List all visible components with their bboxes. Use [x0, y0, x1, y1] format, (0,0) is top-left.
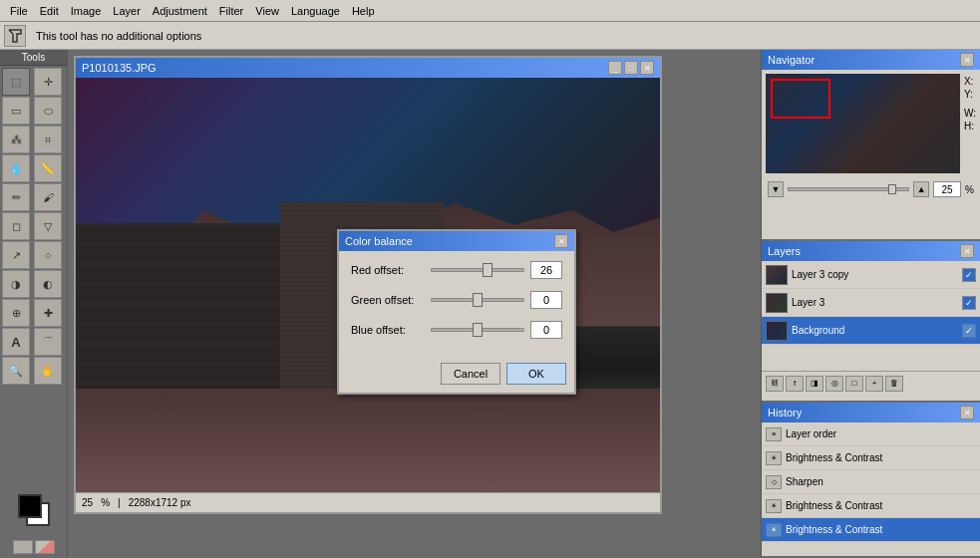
- green-slider-thumb[interactable]: [473, 293, 483, 307]
- layer-mask-btn[interactable]: ◨: [806, 376, 823, 392]
- tool-burn[interactable]: ◐: [34, 270, 62, 298]
- history-item-4[interactable]: ☀ Brightness & Contrast: [762, 518, 980, 542]
- color-balance-close[interactable]: ✕: [554, 234, 568, 248]
- toolbar-tool-btn[interactable]: [4, 25, 26, 47]
- layer-delete-btn[interactable]: 🗑: [885, 376, 903, 392]
- layer-item-layer3copy[interactable]: Layer 3 copy ✓: [762, 261, 980, 289]
- quick-mask-btn[interactable]: [35, 540, 55, 554]
- tool-blur[interactable]: ○: [34, 241, 62, 269]
- navigator-zoom-slider[interactable]: [788, 187, 909, 191]
- tools-bottom: [0, 490, 67, 558]
- layer-group-btn[interactable]: □: [845, 376, 863, 392]
- tool-path[interactable]: ⌒: [34, 328, 62, 356]
- layer-new-btn[interactable]: +: [865, 376, 883, 392]
- menu-filter[interactable]: Filter: [213, 3, 249, 19]
- window-controls: _ □ ✕: [608, 61, 654, 75]
- layer-style-btn[interactable]: f: [786, 376, 804, 392]
- menu-adjustment[interactable]: Adjustment: [147, 3, 213, 19]
- tool-eraser[interactable]: ◻: [2, 212, 30, 240]
- green-row: Green offset: 0: [351, 291, 562, 309]
- red-label: Red offset:: [351, 264, 431, 276]
- blue-slider-thumb[interactable]: [473, 323, 483, 337]
- tool-brush[interactable]: 🖌: [34, 183, 62, 211]
- tool-pencil[interactable]: ✏: [2, 183, 30, 211]
- zoom-out-btn[interactable]: ▼: [768, 181, 784, 197]
- navigator-zoom-row: ▼ ▲ 25 %: [762, 177, 980, 201]
- navigator-zoom-thumb[interactable]: [888, 184, 896, 194]
- cancel-button[interactable]: Cancel: [441, 363, 500, 385]
- nav-coords: X: Y: W: H:: [962, 72, 978, 175]
- red-slider-thumb[interactable]: [483, 263, 492, 277]
- layer-visible-background[interactable]: ✓: [962, 324, 976, 338]
- layer-item-background[interactable]: Background ✓: [762, 317, 980, 345]
- menu-language[interactable]: Language: [285, 3, 346, 19]
- history-title: History: [768, 407, 802, 418]
- history-item-1[interactable]: ☀ Brightness & Contrast: [762, 446, 980, 470]
- blue-slider-container[interactable]: [431, 322, 524, 338]
- h-label: H:: [964, 121, 974, 132]
- tool-heal[interactable]: ✚: [34, 299, 62, 327]
- menu-help[interactable]: Help: [346, 3, 381, 19]
- layer-adj-btn[interactable]: ◎: [825, 376, 843, 392]
- layer-link-btn[interactable]: ⛓: [766, 376, 784, 392]
- ok-button[interactable]: OK: [506, 363, 566, 385]
- layer-name-layer3copy: Layer 3 copy: [792, 269, 958, 280]
- tool-fill[interactable]: ▽: [34, 212, 62, 240]
- menu-layer[interactable]: Layer: [107, 3, 147, 19]
- history-item-2[interactable]: ◇ Sharpen: [762, 470, 980, 494]
- tool-pan[interactable]: ✋: [34, 357, 62, 385]
- zoom-in-btn[interactable]: ▲: [913, 181, 929, 197]
- red-value: 26: [530, 261, 562, 279]
- tool-lasso[interactable]: ⬭: [34, 97, 62, 125]
- tool-eyedropper[interactable]: 💧: [2, 154, 30, 182]
- tool-smudge[interactable]: ↗: [2, 241, 30, 269]
- close-button[interactable]: ✕: [640, 61, 654, 75]
- color-balance-title: Color balance: [345, 235, 413, 247]
- tool-select[interactable]: ⬚: [2, 68, 30, 96]
- layers-toolbar: ⛓ f ◨ ◎ □ + 🗑: [762, 371, 980, 395]
- menu-file[interactable]: File: [4, 3, 34, 19]
- color-balance-buttons: Cancel OK: [339, 359, 574, 393]
- red-slider-container[interactable]: [431, 262, 524, 278]
- canvas-area: P1010135.JPG _ □ ✕: [68, 50, 761, 558]
- history-icon-4: ☀: [766, 523, 782, 537]
- menu-view[interactable]: View: [249, 3, 285, 19]
- tools-panel: Tools ⬚ ✛ ▭ ⬭ ⁂ ⌗ 💧 📏 ✏ 🖌 ◻ ▽ ↗ ○ ◑ ◐: [0, 50, 68, 558]
- tool-clone[interactable]: ⊕: [2, 299, 30, 327]
- maximize-button[interactable]: □: [624, 61, 638, 75]
- normal-mode-btn[interactable]: [13, 540, 33, 554]
- history-name-4: Brightness & Contrast: [786, 524, 882, 535]
- blue-value: 0: [530, 321, 562, 339]
- color-balance-titlebar: Color balance ✕: [339, 231, 574, 251]
- green-slider-container[interactable]: [431, 292, 524, 308]
- blue-slider-track: [431, 328, 524, 332]
- tool-move[interactable]: ✛: [34, 68, 62, 96]
- fg-color-swatch[interactable]: [18, 494, 42, 518]
- tool-text[interactable]: A: [2, 328, 30, 356]
- tool-dodge[interactable]: ◑: [2, 270, 30, 298]
- right-panels: Navigator ✕ X: Y: W:: [761, 50, 980, 558]
- tool-rect-select[interactable]: ▭: [2, 97, 30, 125]
- history-icon-0: ≡: [766, 427, 782, 441]
- menu-image[interactable]: Image: [65, 3, 108, 19]
- tool-zoom[interactable]: 🔍: [2, 357, 30, 385]
- tools-grid: ⬚ ✛ ▭ ⬭ ⁂ ⌗ 💧 📏 ✏ 🖌 ◻ ▽ ↗ ○ ◑ ◐ ⊕ ✚: [0, 66, 67, 387]
- history-close[interactable]: ✕: [960, 406, 974, 419]
- tool-crop[interactable]: ⌗: [34, 126, 62, 153]
- tool-magic-wand[interactable]: ⁂: [2, 126, 30, 153]
- history-icon-2: ◇: [766, 475, 782, 489]
- history-item-3[interactable]: ☀ Brightness & Contrast: [762, 494, 980, 518]
- menu-edit[interactable]: Edit: [34, 3, 65, 19]
- layers-close[interactable]: ✕: [960, 244, 974, 258]
- minimize-button[interactable]: _: [608, 61, 622, 75]
- y-label: Y:: [964, 89, 973, 100]
- history-panel: History ✕ ≡ Layer order ☀ Brightness & C…: [762, 403, 980, 556]
- layer-item-layer3[interactable]: Layer 3 ✓: [762, 289, 980, 317]
- layer-visible-layer3copy[interactable]: ✓: [962, 268, 976, 282]
- x-label: X:: [964, 76, 973, 87]
- navigator-close[interactable]: ✕: [960, 53, 974, 67]
- history-item-0[interactable]: ≡ Layer order: [762, 422, 980, 446]
- navigator-title: Navigator: [768, 54, 815, 66]
- layer-visible-layer3[interactable]: ✓: [962, 296, 976, 310]
- tool-measure[interactable]: 📏: [34, 154, 62, 182]
